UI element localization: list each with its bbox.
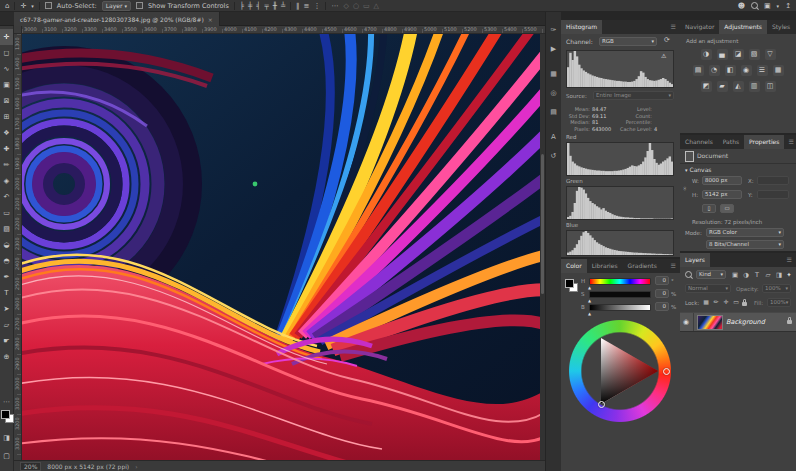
history-icon[interactable]: ↺ [546,152,561,160]
screen-mode-icon[interactable]: ▢ [0,448,13,464]
frame-tool-icon[interactable]: ⊞ [0,109,13,125]
tab-properties[interactable]: Properties [744,135,784,149]
lock-position-icon[interactable]: ✛ [721,297,731,307]
actions-icon[interactable]: ▶ [546,45,561,53]
document-tab[interactable]: c67-78-gamer-and-creator-1280307384.jpg … [14,12,220,26]
color-lookup-icon[interactable]: ▦ [773,65,784,76]
threshold-icon[interactable]: ◭ [733,81,744,92]
slider-marker-icon[interactable]: ▲ [588,286,591,290]
blur-tool-icon[interactable]: ◒ [0,237,13,253]
more-options-icon[interactable]: ⋯ [331,2,338,10]
zoom-tool-icon[interactable]: ⊕ [0,349,13,365]
selective-color-icon[interactable]: ◫ [765,81,776,92]
options-disabled-2-icon[interactable]: ○ [353,2,359,10]
hsb-triangle[interactable] [568,319,672,423]
lock-pixels-icon[interactable]: ✏ [711,297,721,307]
status-chevron-icon[interactable]: › [135,463,137,470]
zoom-level-field[interactable]: 20% [20,462,41,471]
marquee-tool-icon[interactable]: ◻ [0,45,13,61]
warning-icon[interactable]: ⚠ [661,52,666,59]
options-disabled-4-icon[interactable]: △ [374,2,379,10]
eraser-tool-icon[interactable]: ▭ [0,205,13,221]
s-value-field[interactable]: 0 [655,289,669,298]
levels-icon[interactable]: ▄ [717,49,728,60]
portrait-orientation-button[interactable]: ▯ [702,204,716,213]
s-slider[interactable]: ▲ [589,291,651,298]
canvas-section-header[interactable]: ▾ Canvas [685,166,711,174]
pen-tool-icon[interactable]: ✒ [0,269,13,285]
gradient-tool-icon[interactable]: ▨ [0,221,13,237]
tab-navigator[interactable]: Navigator [680,20,719,34]
tab-layers[interactable]: Layers [680,253,710,267]
color-wheel[interactable] [568,319,672,423]
filter-adjustment-layers-icon[interactable]: ◑ [741,270,751,280]
width-field[interactable]: 8000 px [702,176,742,185]
scrollbar-thumb[interactable] [541,154,544,294]
options-disabled-3-icon[interactable]: ▭ [363,2,370,10]
type-tool-icon[interactable]: T [0,285,13,301]
workspace-icon[interactable]: ▣ [764,2,771,10]
opacity-field[interactable]: 100%▾ [762,284,791,293]
workspace-chevron-icon[interactable]: ▾ [777,3,780,9]
landscape-orientation-button[interactable]: ▭ [720,204,734,213]
slider-marker-icon[interactable]: ▲ [588,299,591,303]
layer-filter-dropdown[interactable]: Kind▾ [696,270,726,279]
b-slider[interactable]: ▲ [589,304,651,311]
vibrance-icon[interactable]: ▽ [765,49,776,60]
gradient-map-icon[interactable]: ▥ [749,81,760,92]
options-disabled-1-icon[interactable]: ◇ [343,2,348,10]
source-dropdown[interactable]: Entire Image ▾ [593,91,674,100]
align-center-vertical-icon[interactable]: ╫ [273,2,277,10]
brush-tool-icon[interactable]: ✏ [0,157,13,173]
bit-depth-dropdown[interactable]: 8 Bits/Channel▾ [706,240,784,249]
refresh-icon[interactable]: ⟳ [664,37,670,44]
h-slider[interactable]: ▲ [589,278,651,285]
lock-artboard-icon[interactable]: ▭ [731,297,741,307]
photo-filter-icon[interactable]: ◉ [741,65,752,76]
object-selection-tool-icon[interactable]: ▣ [0,77,13,93]
home-icon[interactable]: ⌂ [5,2,9,10]
brightness-contrast-icon[interactable]: ◑ [701,49,712,60]
tab-histogram[interactable]: Histogram [561,20,602,34]
x-field[interactable] [757,176,789,185]
panel-menu-icon[interactable]: ☰ [783,253,796,267]
hand-tool-icon[interactable]: ☛ [0,333,13,349]
distribute-vertical-icon[interactable]: ≡ [304,2,310,10]
tab-libraries[interactable]: Libraries [587,259,623,273]
auto-select-target-dropdown[interactable]: Layer ▾ [102,1,131,11]
align-left-icon[interactable]: ╞ [240,2,244,10]
quick-mask-icon[interactable]: ◨ [0,430,13,446]
close-icon[interactable]: × [208,16,213,23]
filter-type-layers-icon[interactable]: T [752,270,762,280]
exposure-icon[interactable]: ▧ [749,49,760,60]
share-icon[interactable]: ↥ [785,2,791,10]
layer-name[interactable]: Background [726,318,765,326]
align-center-horizontal-icon[interactable]: ╪ [248,2,252,10]
posterize-icon[interactable]: ▰ [717,81,728,92]
tab-gradients[interactable]: Gradients [623,259,662,273]
tab-styles[interactable]: Styles [767,20,795,34]
tab-color[interactable]: Color [561,259,587,273]
edit-toolbar-icon[interactable]: ⋯ [0,394,13,410]
shape-tool-icon[interactable]: ▱ [0,317,13,333]
distribute-horizontal-icon[interactable]: ‖ [296,2,300,10]
align-right-icon[interactable]: ╡ [256,2,260,10]
curves-icon[interactable]: ◪ [733,49,744,60]
dodge-tool-icon[interactable]: ◓ [0,253,13,269]
color-balance-icon[interactable]: ◔ [709,65,720,76]
tool-preset-chevron-icon[interactable]: ▾ [31,3,34,9]
fill-field[interactable]: 100%▾ [767,298,791,307]
foreground-color-swatch[interactable] [1,410,10,419]
align-top-icon[interactable]: ╤ [264,2,268,10]
filter-toggle-icon[interactable]: ✦ [784,270,794,280]
foreground-color-swatch[interactable] [565,279,574,288]
panel-menu-icon[interactable]: ☰ [784,135,796,149]
hue-saturation-icon[interactable]: ▤ [693,65,704,76]
color-mode-dropdown[interactable]: RGB Color▾ [706,228,784,237]
lock-transparency-icon[interactable]: ▦ [701,297,711,307]
vertical-ruler[interactable]: 1300140015001600170018001900200021002200… [14,34,22,460]
patterns-icon[interactable]: ▦ [546,70,561,78]
shade-selector[interactable] [598,401,605,408]
chain-link-icon[interactable]: ∞ [682,186,689,191]
move-tool-preset-icon[interactable]: ✛ [20,2,26,10]
